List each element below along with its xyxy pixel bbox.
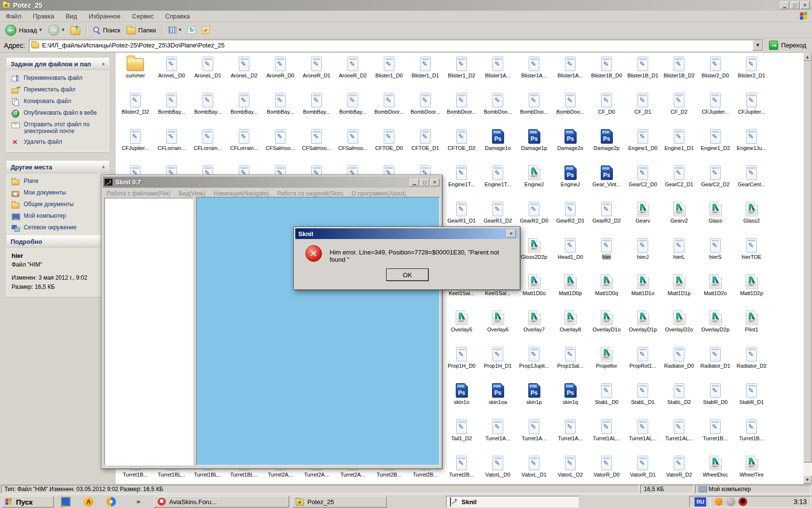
vertical-scrollbar[interactable]: ▲ ▼ [803,53,812,484]
file-item[interactable]: CFJupiter... [734,90,769,115]
maximize-button[interactable]: ▢ [790,1,799,9]
close-icon[interactable]: ✕ [507,230,516,238]
file-item[interactable]: BombDoor... [371,90,407,115]
file-item[interactable]: GearR2_D0 [516,198,552,224]
dialog-titlebar[interactable]: Sknil ✕ [295,228,519,239]
file-item[interactable]: BombBay... [335,90,371,115]
file-item[interactable]: CF_D1 [625,90,661,115]
file-item[interactable]: StabR_D0 [697,380,733,405]
file-item[interactable]: MATGloss2D2p [516,235,552,260]
avast-tray-icon[interactable] [714,497,723,506]
file-item[interactable]: BombBay... [262,90,298,115]
file-item[interactable]: MATOverlayD1o [589,307,624,332]
file-item[interactable]: Radiator_D2 [734,344,769,369]
file-item[interactable]: MATMatt1D0o [516,271,552,296]
file-item[interactable]: VatorL_D0 [480,452,516,478]
file-item[interactable]: MATGearv [625,198,661,224]
file-item[interactable]: StabL_D1 [625,380,661,405]
file-item[interactable]: BombBay... [154,90,189,115]
file-item[interactable]: summer [117,53,153,78]
file-item[interactable]: MATOverlayD2p [697,307,733,332]
start-button[interactable]: Пуск [1,496,54,508]
file-item[interactable]: MATOverlay6 [480,307,516,332]
file-item[interactable]: hierS [697,235,733,260]
maximize-button[interactable]: ▢ [420,179,429,186]
file-item[interactable]: Blister1_D1 [407,53,443,78]
file-item[interactable]: Engine1_D2 [697,126,733,151]
file-item[interactable]: Prop1Sal... [552,344,588,369]
sknil-menu-item[interactable]: Вид(View) [178,190,205,197]
menu-item[interactable]: Сервис [132,13,154,20]
file-item[interactable]: Blister2_D1 [734,53,769,78]
file-item[interactable]: PSDPsDamage1p [516,126,552,151]
menu-item[interactable]: Справка [165,13,190,20]
file-item[interactable]: MATGlass2 [734,198,769,224]
file-item[interactable]: Prop1H_D1 [480,344,516,369]
file-item[interactable]: AroneR_D1 [299,53,334,78]
file-item[interactable]: Radiator_D0 [661,344,697,369]
file-item[interactable]: AroneL_D0 [154,53,189,78]
file-item[interactable]: CFJupiter... [117,126,153,151]
file-item[interactable]: MATGearv2 [661,198,697,224]
file-item[interactable]: Head1_D0 [552,235,588,260]
menu-item[interactable]: Файл [6,13,21,20]
back-dropdown-icon[interactable]: ▼ [39,28,42,32]
file-item[interactable]: Prop1Jupit... [516,344,552,369]
file-item[interactable]: Turret1AL... [625,416,661,441]
file-item[interactable]: Blister1B_D0 [589,53,624,78]
file-item[interactable]: hierTOE [734,235,769,260]
file-item[interactable]: Radiator_D1 [697,344,733,369]
sknil-menu-item[interactable]: Работа с файлами(File) [107,190,170,197]
file-item[interactable]: MATWheelTire [734,452,769,478]
file-item[interactable]: Blister2_D2 [117,90,153,115]
file-item[interactable]: Turret2B... [444,452,479,478]
media-player-icon[interactable] [106,497,116,507]
opera-tray-icon[interactable] [739,497,747,506]
file-item[interactable]: CFTOE_D0 [371,126,407,151]
file-item[interactable]: VatorR_D1 [625,452,661,478]
file-item[interactable]: BombDoor... [444,90,479,115]
file-item[interactable]: MATGlass [697,198,733,224]
file-item[interactable]: AroneL_D1 [190,53,226,78]
explorer-titlebar[interactable]: Potez_25 ▁ ▢ ✕ [0,0,812,11]
file-item[interactable]: MATOverlay7 [516,307,552,332]
views-button[interactable]: ▼ [166,23,184,37]
file-item[interactable]: PSDPsskin1q [552,380,588,405]
file-item[interactable]: BombDoor... [407,90,443,115]
file-item[interactable]: Tail1_D2 [444,416,479,441]
file-item[interactable]: Turret1A... [516,416,552,441]
file-item[interactable]: BombBay... [190,90,226,115]
file-item[interactable]: MATPropellor [589,344,624,369]
views-dropdown-icon[interactable]: ▼ [179,28,181,32]
file-item[interactable]: Engine1T... [480,162,516,187]
scroll-down-button[interactable]: ▼ [803,476,812,484]
menu-item[interactable]: Правка [33,13,54,20]
taskbar-task[interactable]: Sknil [446,496,579,508]
file-item[interactable]: hier [589,235,624,260]
sknil-menu-item[interactable]: О программе(About) [351,190,406,197]
file-item[interactable]: Turret1A... [480,416,516,441]
file-item[interactable]: Turret1AL... [661,416,697,441]
file-item[interactable]: Engine1T... [444,162,479,187]
file-item[interactable]: PSDPsDamage1o [480,126,516,151]
file-item[interactable]: GearC2_D2 [697,162,733,187]
file-item[interactable]: CFTOE_D2 [444,126,479,151]
file-item[interactable]: BombDoo... [552,90,588,115]
file-item[interactable]: Engine1_D0 [625,126,661,151]
file-item[interactable]: BombDoo... [516,90,552,115]
taskbar-task[interactable]: Potez_25 [292,496,387,508]
refresh-button[interactable]: ↻ [185,23,198,37]
show-desktop-icon[interactable] [61,497,71,507]
file-item[interactable]: GearR1_D2 [480,198,516,224]
file-item[interactable]: MATPilot1 [734,307,769,332]
forward-dropdown-icon[interactable]: ▼ [62,28,64,32]
file-item[interactable]: Blister1B_D1 [625,53,661,78]
file-item[interactable]: Engine1_D1 [661,126,697,151]
file-item[interactable]: MATMatt1D1o [625,271,661,296]
file-item[interactable]: Blister1A... [552,53,588,78]
file-item[interactable]: MATOverlayD1p [625,307,661,332]
file-item[interactable]: GearC2_D0 [625,162,661,187]
file-item[interactable]: CFJupiter... [697,90,733,115]
menu-item[interactable]: Вид [66,13,77,20]
file-item[interactable]: PSDPsGear_Vint... [589,162,624,187]
